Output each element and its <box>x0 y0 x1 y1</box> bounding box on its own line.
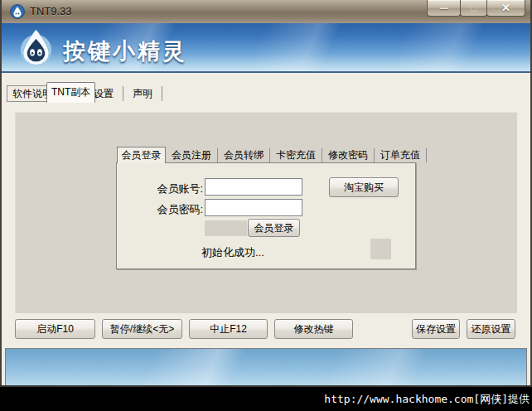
member-tab-rebind[interactable]: 会员转绑 <box>218 148 270 162</box>
maximize-icon: □ <box>471 3 476 13</box>
tab-tnt-copy[interactable]: TNT副本 <box>46 82 95 103</box>
member-tab-login[interactable]: 会员登录 <box>117 147 166 163</box>
member-login-button[interactable]: 会员登录 <box>248 219 300 237</box>
close-button[interactable]: ✕ <box>486 0 525 17</box>
member-tab-order-recharge[interactable]: 订单充值 <box>375 148 427 162</box>
account-input[interactable] <box>205 178 302 196</box>
nav-tab-row: 设置 声明 <box>85 86 162 101</box>
tab-statement[interactable]: 声明 <box>123 86 162 101</box>
save-settings-button[interactable]: 保存设置 <box>412 319 460 339</box>
titlebar[interactable]: TNT9.33 ─ □ ✕ <box>0 0 532 23</box>
taobao-buy-button[interactable]: 淘宝购买 <box>329 177 399 197</box>
minimize-icon: ─ <box>440 2 447 14</box>
app-icon <box>10 4 25 19</box>
close-icon: ✕ <box>501 2 510 14</box>
credit-bar: http://www.hackhome.com[网侠]提供 <box>0 387 532 411</box>
modify-hotkey-button[interactable]: 修改热键 <box>274 319 353 339</box>
window-bottom-edge <box>0 385 532 387</box>
pause-resume-button[interactable]: 暂停/继续<无> <box>102 319 182 339</box>
password-input[interactable] <box>205 199 302 216</box>
window-controls: ─ □ ✕ <box>428 0 525 17</box>
member-tab-change-password[interactable]: 修改密码 <box>322 148 375 162</box>
app-window: TNT9.33 ─ □ ✕ 按键小精灵 软件说明 TNT副本 设置 声明 <box>0 0 532 387</box>
member-tab-row: 会员注册 会员转绑 卡密充值 修改密码 订单充值 <box>166 148 427 162</box>
stop-f12-button[interactable]: 中止F12 <box>189 319 268 339</box>
app-name: 按键小精灵 <box>63 36 187 66</box>
blank-indicator-box <box>370 239 391 259</box>
mascot-logo-icon <box>17 28 56 67</box>
credit-text: http://www.hackhome.com[网侠]提供 <box>324 392 530 407</box>
minimize-button[interactable]: ─ <box>427 0 461 17</box>
member-tab-register[interactable]: 会员注册 <box>166 148 218 162</box>
member-tab-card-recharge[interactable]: 卡密充值 <box>270 148 322 162</box>
init-status-text: 初始化成功... <box>201 245 264 260</box>
account-label: 会员账号: <box>128 181 203 196</box>
password-label: 会员密码: <box>128 202 203 217</box>
blank-status-box <box>205 220 247 236</box>
footer-skin-bar <box>5 348 527 386</box>
start-f10-button[interactable]: 启动F10 <box>15 319 95 339</box>
window-title: TNT9.33 <box>30 5 72 17</box>
restore-settings-button[interactable]: 还原设置 <box>467 319 515 339</box>
maximize-button[interactable]: □ <box>460 0 487 17</box>
window-left-edge <box>0 0 2 387</box>
